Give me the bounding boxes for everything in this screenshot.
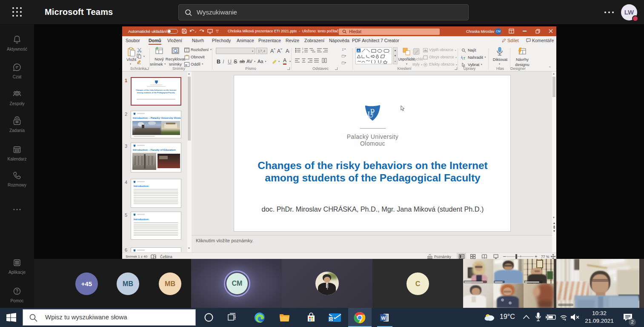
svg-text:2: 2 <box>302 51 303 53</box>
svg-text:c: c <box>462 57 464 60</box>
svg-text:U: U <box>367 109 374 120</box>
svg-text:A: A <box>358 49 360 53</box>
svg-text:W: W <box>381 316 386 321</box>
svg-text:O: O <box>329 317 332 321</box>
svg-text:1: 1 <box>302 48 303 50</box>
